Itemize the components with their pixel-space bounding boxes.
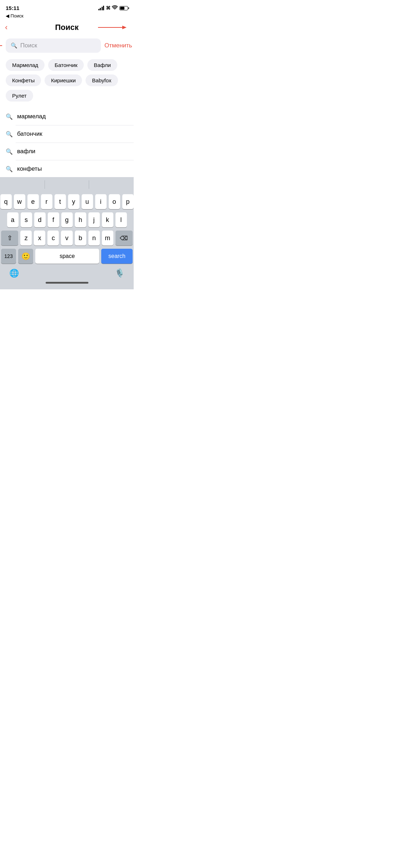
suggestion-text: конфеты xyxy=(17,165,42,172)
key-w[interactable]: w xyxy=(14,194,25,209)
search-suggestion-icon: 🔍 xyxy=(6,166,13,172)
key-row-1: q w e r t y u i o p xyxy=(1,194,133,209)
key-q[interactable]: q xyxy=(0,194,12,209)
header: ‹ Поиск xyxy=(0,20,134,35)
num-key[interactable]: 123 xyxy=(1,249,16,264)
search-suggestion-icon: 🔍 xyxy=(6,113,13,120)
candidate-divider-right xyxy=(89,180,89,189)
search-input[interactable] xyxy=(20,42,96,49)
signal-icon xyxy=(98,6,104,10)
suggestion-konfety[interactable]: 🔍 конфеты xyxy=(0,160,134,177)
key-b[interactable]: b xyxy=(75,231,86,246)
space-key[interactable]: space xyxy=(35,249,99,264)
key-k[interactable]: k xyxy=(102,212,113,227)
chips-container: Мармелад Батончик Вафли Конфеты Кириешки… xyxy=(0,56,134,104)
home-indicator xyxy=(46,282,88,284)
status-bar: 15:11 ⌘ xyxy=(0,0,134,12)
page-title: Поиск xyxy=(55,23,78,32)
key-e[interactable]: e xyxy=(27,194,39,209)
key-g[interactable]: g xyxy=(61,212,73,227)
chip-rulet[interactable]: Рулет xyxy=(6,90,33,102)
back-button[interactable]: ‹ xyxy=(5,23,7,32)
status-icons: ⌘ xyxy=(98,5,128,11)
wifi-icon: ⌘ xyxy=(106,5,118,11)
shift-key[interactable]: ⇧ xyxy=(1,231,18,246)
key-z[interactable]: z xyxy=(20,231,32,246)
candidate-divider-left xyxy=(45,180,45,189)
key-row-3: ⇧ z x c v b n m ⌫ xyxy=(1,231,133,246)
key-a[interactable]: a xyxy=(7,212,19,227)
suggestion-marmelad[interactable]: 🔍 мармелад xyxy=(0,108,134,125)
key-l[interactable]: l xyxy=(115,212,127,227)
key-h[interactable]: h xyxy=(75,212,86,227)
chip-kirieshki[interactable]: Кириешки xyxy=(45,74,82,86)
globe-mic-row: 🌐 🎙️ xyxy=(0,267,134,278)
key-m[interactable]: m xyxy=(102,231,113,246)
key-f[interactable]: f xyxy=(48,212,59,227)
home-indicator-area xyxy=(0,278,134,289)
search-suggestion-icon: 🔍 xyxy=(6,131,13,138)
suggestion-text: батончик xyxy=(17,130,42,138)
chip-vafli[interactable]: Вафли xyxy=(87,59,117,71)
keyboard-rows: q w e r t y u i o p a s d f g h j k l ⇧ … xyxy=(0,192,134,246)
chip-konfety[interactable]: Конфеты xyxy=(6,74,41,86)
input-arrow-annotation xyxy=(0,42,2,49)
back-nav-small: ◀ Поиск xyxy=(0,12,134,20)
key-j[interactable]: j xyxy=(88,212,100,227)
suggestion-vafli[interactable]: 🔍 вафли xyxy=(0,143,134,160)
mic-icon[interactable]: 🎙️ xyxy=(115,269,124,278)
emoji-key[interactable]: 🙂 xyxy=(18,249,33,264)
keyboard-candidates xyxy=(0,177,134,192)
chip-babyfox[interactable]: Babyfox xyxy=(86,74,118,86)
keyboard: q w e r t y u i o p a s d f g h j k l ⇧ … xyxy=(0,177,134,289)
battery-icon xyxy=(119,6,128,10)
chip-marmelad[interactable]: Мармелад xyxy=(6,59,45,71)
search-input-container: 🔍 xyxy=(6,38,101,53)
back-nav-label: ◀ Поиск xyxy=(6,13,24,19)
suggestion-text: мармелад xyxy=(17,113,46,120)
search-key[interactable]: search xyxy=(101,249,133,264)
search-suggestion-icon: 🔍 xyxy=(6,148,13,155)
key-y[interactable]: y xyxy=(68,194,79,209)
key-o[interactable]: o xyxy=(109,194,120,209)
key-t[interactable]: t xyxy=(55,194,66,209)
key-s[interactable]: s xyxy=(21,212,32,227)
suggestion-text: вафли xyxy=(17,148,35,155)
search-icon: 🔍 xyxy=(11,42,17,49)
key-v[interactable]: v xyxy=(61,231,72,246)
delete-key[interactable]: ⌫ xyxy=(115,231,133,246)
key-r[interactable]: r xyxy=(41,194,52,209)
globe-icon[interactable]: 🌐 xyxy=(9,269,19,278)
key-d[interactable]: d xyxy=(34,212,46,227)
suggestion-batonchik[interactable]: 🔍 батончик xyxy=(0,125,134,143)
title-arrow-annotation xyxy=(98,24,127,31)
search-area: 🔍 Отменить xyxy=(0,35,134,56)
key-x[interactable]: x xyxy=(34,231,45,246)
cancel-button[interactable]: Отменить xyxy=(104,42,132,49)
key-p[interactable]: p xyxy=(122,194,134,209)
key-row-2: a s d f g h j k l xyxy=(1,212,133,227)
chip-batonchik[interactable]: Батончик xyxy=(48,59,84,71)
key-c[interactable]: c xyxy=(47,231,59,246)
svg-marker-1 xyxy=(122,26,127,29)
key-u[interactable]: u xyxy=(82,194,93,209)
keyboard-bottom-row: 123 🙂 space search xyxy=(0,249,134,267)
key-i[interactable]: i xyxy=(95,194,107,209)
key-n[interactable]: n xyxy=(88,231,100,246)
status-time: 15:11 xyxy=(6,5,19,11)
